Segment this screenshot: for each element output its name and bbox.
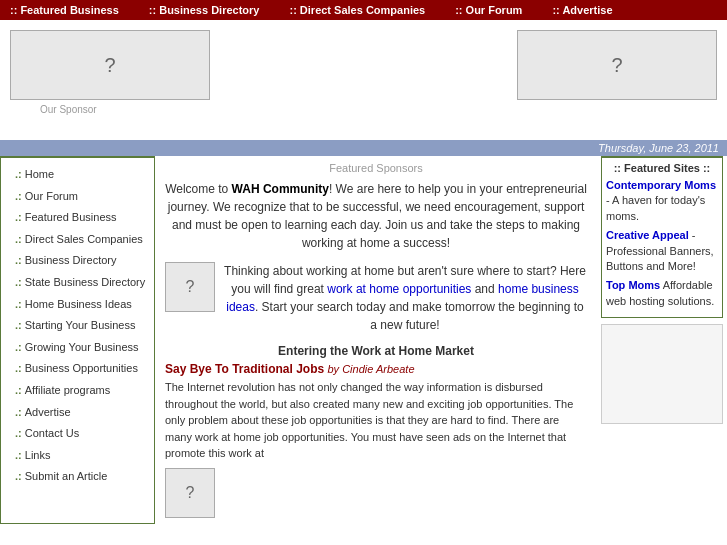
featured-site-3: Top Moms Affordable web hosting solution… — [606, 278, 718, 309]
question-icon-left: ? — [104, 54, 115, 77]
banner-area: ? ? Our Sponsor — [0, 20, 727, 140]
thinking-box: ? Thinking about working at home but are… — [165, 262, 587, 334]
sidebar-item-starting-your-business[interactable]: Starting Your Business — [1, 315, 154, 337]
work-at-home-link[interactable]: work at home opportunities — [327, 282, 471, 296]
date-bar: Thursday, June 23, 2011 — [0, 140, 727, 156]
center-content: Featured Sponsors Welcome to WAH Communi… — [155, 156, 597, 524]
sidebar-item-our-forum[interactable]: Our Forum — [1, 186, 154, 208]
sidebar-item-featured-business[interactable]: Featured Business — [1, 207, 154, 229]
nav-featured-business[interactable]: :: Featured Business — [10, 4, 119, 16]
sidebar-item-affiliate-programs[interactable]: Affiliate programs — [1, 380, 154, 402]
nav-direct-sales[interactable]: :: Direct Sales Companies — [289, 4, 425, 16]
thinking-text: Thinking about working at home but aren'… — [223, 262, 587, 334]
featured-sites-title: :: Featured Sites :: — [606, 162, 718, 174]
sidebar-item-advertise[interactable]: Advertise — [1, 402, 154, 424]
question-icon-bottom: ? — [186, 484, 195, 502]
nav-business-directory[interactable]: :: Business Directory — [149, 4, 260, 16]
sidebar-item-business-directory[interactable]: Business Directory — [1, 250, 154, 272]
enter-section: Entering the Work at Home Market Say Bye… — [165, 344, 587, 518]
sidebar-item-home[interactable]: Home — [1, 164, 154, 186]
featured-sponsors-label: Featured Sponsors — [165, 162, 587, 174]
article-body: The Internet revolution has not only cha… — [165, 379, 587, 462]
bottom-ad-placeholder: ? — [165, 468, 215, 518]
small-ad-placeholder: ? — [165, 262, 215, 312]
sidebar-item-business-opportunities[interactable]: Business Opportunities — [1, 358, 154, 380]
sidebar-item-contact-us[interactable]: Contact Us — [1, 423, 154, 445]
sidebar-item-state-business-directory[interactable]: State Business Directory — [1, 272, 154, 294]
contemporary-moms-desc: - A haven for today's moms. — [606, 194, 705, 221]
nav-our-forum[interactable]: :: Our Forum — [455, 4, 522, 16]
date-text: Thursday, June 23, 2011 — [598, 142, 719, 154]
left-sidebar: HomeOur ForumFeatured BusinessDirect Sal… — [0, 156, 155, 524]
featured-site-2: Creative Appeal - Professional Banners, … — [606, 228, 718, 274]
sponsor-label: Our Sponsor — [10, 104, 717, 115]
welcome-static-1: Welcome to — [165, 182, 231, 196]
creative-appeal-link[interactable]: Creative Appeal — [606, 229, 689, 241]
main-layout: HomeOur ForumFeatured BusinessDirect Sal… — [0, 156, 727, 524]
thinking-static-2: and — [471, 282, 498, 296]
sidebar-item-home-business-ideas[interactable]: Home Business Ideas — [1, 294, 154, 316]
featured-sites-box: :: Featured Sites :: Contemporary Moms -… — [601, 156, 723, 318]
wah-community-bold: WAH Community — [232, 182, 329, 196]
sidebar-item-links[interactable]: Links — [1, 445, 154, 467]
nav-advertise[interactable]: :: Advertise — [552, 4, 612, 16]
question-icon-small: ? — [186, 278, 195, 296]
sidebar-item-direct-sales-companies[interactable]: Direct Sales Companies — [1, 229, 154, 251]
thinking-static-3: . Start your search today and make tomor… — [255, 300, 584, 332]
question-icon-right: ? — [611, 54, 622, 77]
article-title: Say Bye To Traditional Jobs — [165, 362, 324, 376]
enter-title: Entering the Work at Home Market — [165, 344, 587, 358]
top-navigation: :: Featured Business :: Business Directo… — [0, 0, 727, 20]
sidebar-item-growing-your-business[interactable]: Growing Your Business — [1, 337, 154, 359]
banner-left: ? — [10, 30, 210, 100]
right-ad-box — [601, 324, 723, 424]
welcome-text: Welcome to WAH Community! We are here to… — [165, 180, 587, 252]
sidebar-item-submit-an-article[interactable]: Submit an Article — [1, 466, 154, 488]
contemporary-moms-link[interactable]: Contemporary Moms — [606, 179, 716, 191]
article-byline-text: by Cindie Arbeate — [328, 363, 415, 375]
top-moms-link[interactable]: Top Moms — [606, 279, 660, 291]
featured-site-1: Contemporary Moms - A haven for today's … — [606, 178, 718, 224]
banner-right: ? — [517, 30, 717, 100]
right-sidebar: :: Featured Sites :: Contemporary Moms -… — [597, 156, 727, 524]
